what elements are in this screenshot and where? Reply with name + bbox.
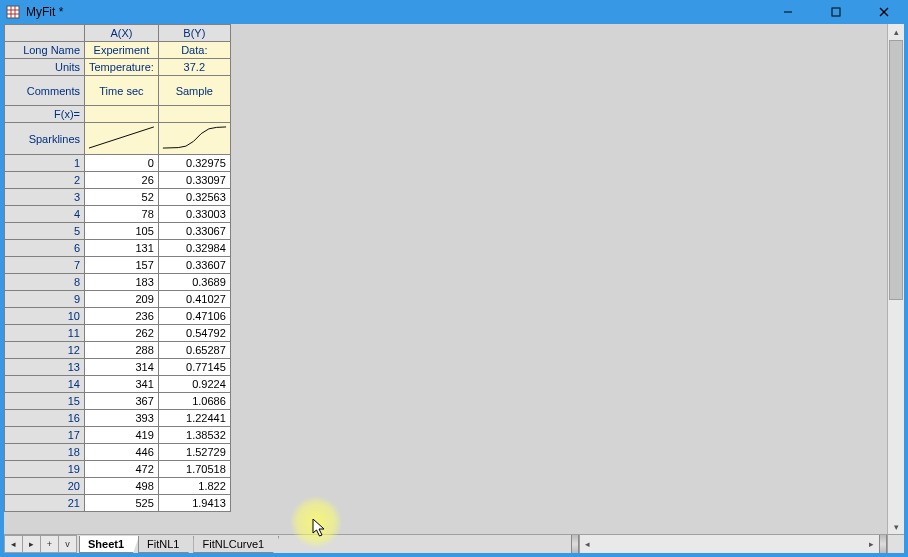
row-number[interactable]: 16 [5, 410, 85, 427]
comments-a[interactable]: Time sec [85, 76, 159, 106]
worksheet-grid[interactable]: A(X) B(Y) Long Name Experiment Data: Uni… [4, 24, 231, 512]
tab-sheet1[interactable]: Sheet1 [79, 536, 139, 553]
row-number[interactable]: 6 [5, 240, 85, 257]
row-number[interactable]: 1 [5, 155, 85, 172]
cell-a[interactable]: 157 [85, 257, 159, 274]
scroll-thumb[interactable] [889, 40, 903, 300]
units-a[interactable]: Temperature: [85, 59, 159, 76]
cell-b[interactable]: 1.9413 [158, 495, 230, 512]
row-number[interactable]: 7 [5, 257, 85, 274]
cell-b[interactable]: 0.33003 [158, 206, 230, 223]
cell-a[interactable]: 183 [85, 274, 159, 291]
nav-prev-button[interactable]: ◂ [4, 535, 22, 553]
column-header-b[interactable]: B(Y) [158, 25, 230, 42]
cell-a[interactable]: 419 [85, 427, 159, 444]
cell-b[interactable]: 0.54792 [158, 325, 230, 342]
row-number[interactable]: 10 [5, 308, 85, 325]
cell-a[interactable]: 0 [85, 155, 159, 172]
cell-a[interactable]: 209 [85, 291, 159, 308]
column-header-a[interactable]: A(X) [85, 25, 159, 42]
horizontal-scrollbar[interactable]: ◂ ▸ [579, 535, 879, 553]
cell-b[interactable]: 0.47106 [158, 308, 230, 325]
row-number[interactable]: 13 [5, 359, 85, 376]
cell-a[interactable]: 341 [85, 376, 159, 393]
row-number[interactable]: 3 [5, 189, 85, 206]
cell-a[interactable]: 78 [85, 206, 159, 223]
row-number[interactable]: 20 [5, 478, 85, 495]
row-number[interactable]: 8 [5, 274, 85, 291]
corner-cell[interactable] [5, 25, 85, 42]
cell-a[interactable]: 472 [85, 461, 159, 478]
nav-add-button[interactable]: + [40, 535, 58, 553]
rowlabel-longname[interactable]: Long Name [5, 42, 85, 59]
cell-a[interactable]: 131 [85, 240, 159, 257]
row-number[interactable]: 19 [5, 461, 85, 478]
cell-a[interactable]: 105 [85, 223, 159, 240]
horizontal-splitter[interactable] [571, 535, 579, 553]
row-number[interactable]: 17 [5, 427, 85, 444]
longname-b[interactable]: Data: [158, 42, 230, 59]
cell-a[interactable]: 314 [85, 359, 159, 376]
titlebar[interactable]: MyFit * [0, 0, 908, 24]
scroll-up-icon[interactable]: ▴ [888, 24, 904, 39]
cell-b[interactable]: 1.52729 [158, 444, 230, 461]
row-number[interactable]: 9 [5, 291, 85, 308]
cell-b[interactable]: 1.38532 [158, 427, 230, 444]
grid-viewport[interactable]: A(X) B(Y) Long Name Experiment Data: Uni… [4, 24, 887, 534]
scroll-right-icon[interactable]: ▸ [864, 535, 879, 553]
cell-b[interactable]: 0.3689 [158, 274, 230, 291]
cell-a[interactable]: 52 [85, 189, 159, 206]
cell-b[interactable]: 1.70518 [158, 461, 230, 478]
rowlabel-sparklines[interactable]: Sparklines [5, 123, 85, 155]
units-b[interactable]: 37.2 [158, 59, 230, 76]
cell-b[interactable]: 0.33607 [158, 257, 230, 274]
row-number[interactable]: 14 [5, 376, 85, 393]
longname-a[interactable]: Experiment [85, 42, 159, 59]
cell-b[interactable]: 1.22441 [158, 410, 230, 427]
cell-b[interactable]: 0.65287 [158, 342, 230, 359]
nav-next-button[interactable]: ▸ [22, 535, 40, 553]
tab-fitnlcurve1[interactable]: FitNLCurve1 [193, 536, 279, 553]
cell-b[interactable]: 0.32975 [158, 155, 230, 172]
fx-b[interactable] [158, 106, 230, 123]
cell-a[interactable]: 26 [85, 172, 159, 189]
cell-b[interactable]: 0.33067 [158, 223, 230, 240]
nav-menu-button[interactable]: v [58, 535, 76, 553]
minimize-button[interactable] [768, 2, 808, 22]
rowlabel-comments[interactable]: Comments [5, 76, 85, 106]
cell-b[interactable]: 0.77145 [158, 359, 230, 376]
fx-a[interactable] [85, 106, 159, 123]
rowlabel-units[interactable]: Units [5, 59, 85, 76]
cell-a[interactable]: 498 [85, 478, 159, 495]
row-number[interactable]: 12 [5, 342, 85, 359]
vertical-scrollbar[interactable]: ▴ ▾ [887, 24, 904, 534]
row-number[interactable]: 18 [5, 444, 85, 461]
cell-b[interactable]: 0.9224 [158, 376, 230, 393]
row-number[interactable]: 2 [5, 172, 85, 189]
scroll-left-icon[interactable]: ◂ [580, 535, 595, 553]
cell-a[interactable]: 525 [85, 495, 159, 512]
cell-a[interactable]: 393 [85, 410, 159, 427]
comments-b[interactable]: Sample [158, 76, 230, 106]
cell-b[interactable]: 1.0686 [158, 393, 230, 410]
cell-b[interactable]: 0.41027 [158, 291, 230, 308]
close-button[interactable] [864, 2, 904, 22]
scroll-down-icon[interactable]: ▾ [888, 519, 904, 534]
cell-b[interactable]: 0.33097 [158, 172, 230, 189]
row-number[interactable]: 5 [5, 223, 85, 240]
row-number[interactable]: 15 [5, 393, 85, 410]
row-number[interactable]: 11 [5, 325, 85, 342]
rowlabel-fx[interactable]: F(x)= [5, 106, 85, 123]
maximize-button[interactable] [816, 2, 856, 22]
cell-a[interactable]: 446 [85, 444, 159, 461]
row-number[interactable]: 4 [5, 206, 85, 223]
cell-a[interactable]: 236 [85, 308, 159, 325]
cell-a[interactable]: 367 [85, 393, 159, 410]
tab-fitnl1[interactable]: FitNL1 [138, 536, 194, 553]
row-number[interactable]: 21 [5, 495, 85, 512]
cell-a[interactable]: 262 [85, 325, 159, 342]
cell-b[interactable]: 1.822 [158, 478, 230, 495]
cell-b[interactable]: 0.32984 [158, 240, 230, 257]
horizontal-splitter-2[interactable] [879, 535, 887, 553]
cell-b[interactable]: 0.32563 [158, 189, 230, 206]
